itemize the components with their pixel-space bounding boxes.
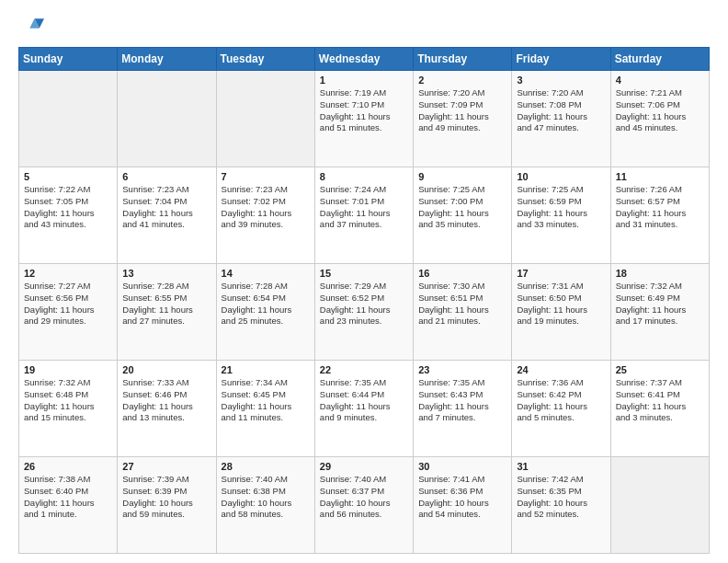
weekday-header-monday: Monday <box>118 48 216 71</box>
day-number: 5 <box>24 171 112 182</box>
day-content: Sunrise: 7:35 AM Sunset: 6:44 PM Dayligh… <box>320 377 408 424</box>
day-cell <box>19 71 118 167</box>
day-cell: 5Sunrise: 7:22 AM Sunset: 7:05 PM Daylig… <box>19 167 118 264</box>
day-number: 17 <box>517 268 605 279</box>
day-cell: 18Sunrise: 7:32 AM Sunset: 6:49 PM Dayli… <box>610 264 709 361</box>
day-content: Sunrise: 7:20 AM Sunset: 7:09 PM Dayligh… <box>418 87 506 134</box>
weekday-header-row: SundayMondayTuesdayWednesdayThursdayFrid… <box>19 48 710 71</box>
day-cell: 15Sunrise: 7:29 AM Sunset: 6:52 PM Dayli… <box>314 264 413 361</box>
day-cell: 19Sunrise: 7:32 AM Sunset: 6:48 PM Dayli… <box>19 361 118 457</box>
day-number: 24 <box>517 364 605 375</box>
day-content: Sunrise: 7:28 AM Sunset: 6:55 PM Dayligh… <box>122 281 210 327</box>
day-content: Sunrise: 7:38 AM Sunset: 6:40 PM Dayligh… <box>24 474 112 521</box>
week-row-1: 1Sunrise: 7:19 AM Sunset: 7:10 PM Daylig… <box>19 71 710 167</box>
day-cell: 14Sunrise: 7:28 AM Sunset: 6:54 PM Dayli… <box>216 264 314 361</box>
week-row-4: 19Sunrise: 7:32 AM Sunset: 6:48 PM Dayli… <box>19 361 710 457</box>
day-content: Sunrise: 7:40 AM Sunset: 6:37 PM Dayligh… <box>320 474 408 521</box>
week-row-2: 5Sunrise: 7:22 AM Sunset: 7:05 PM Daylig… <box>19 167 710 264</box>
day-content: Sunrise: 7:28 AM Sunset: 6:54 PM Dayligh… <box>222 281 310 327</box>
day-number: 4 <box>616 75 704 86</box>
day-number: 28 <box>222 461 310 472</box>
day-number: 25 <box>616 364 704 375</box>
calendar-table: SundayMondayTuesdayWednesdayThursdayFrid… <box>18 47 710 554</box>
day-number: 13 <box>122 268 210 279</box>
day-cell: 28Sunrise: 7:40 AM Sunset: 6:38 PM Dayli… <box>216 457 314 554</box>
day-cell: 4Sunrise: 7:21 AM Sunset: 7:06 PM Daylig… <box>610 71 709 167</box>
day-cell: 12Sunrise: 7:27 AM Sunset: 6:56 PM Dayli… <box>19 264 118 361</box>
day-cell: 25Sunrise: 7:37 AM Sunset: 6:41 PM Dayli… <box>610 361 709 457</box>
weekday-header-sunday: Sunday <box>19 48 118 71</box>
day-number: 11 <box>616 171 704 182</box>
day-cell: 27Sunrise: 7:39 AM Sunset: 6:39 PM Dayli… <box>118 457 216 554</box>
day-cell: 26Sunrise: 7:38 AM Sunset: 6:40 PM Dayli… <box>19 457 118 554</box>
day-content: Sunrise: 7:36 AM Sunset: 6:42 PM Dayligh… <box>517 377 605 424</box>
day-content: Sunrise: 7:27 AM Sunset: 6:56 PM Dayligh… <box>24 281 112 327</box>
day-cell <box>610 457 709 554</box>
day-cell: 23Sunrise: 7:35 AM Sunset: 6:43 PM Dayli… <box>414 361 512 457</box>
day-content: Sunrise: 7:34 AM Sunset: 6:45 PM Dayligh… <box>222 377 310 424</box>
day-content: Sunrise: 7:41 AM Sunset: 6:36 PM Dayligh… <box>418 474 506 521</box>
logo-icon <box>18 14 44 40</box>
day-content: Sunrise: 7:32 AM Sunset: 6:49 PM Dayligh… <box>616 281 704 327</box>
day-content: Sunrise: 7:23 AM Sunset: 7:04 PM Dayligh… <box>122 184 210 231</box>
day-content: Sunrise: 7:20 AM Sunset: 7:08 PM Dayligh… <box>517 87 605 134</box>
day-content: Sunrise: 7:29 AM Sunset: 6:52 PM Dayligh… <box>320 281 408 327</box>
day-number: 6 <box>122 171 210 182</box>
day-content: Sunrise: 7:21 AM Sunset: 7:06 PM Dayligh… <box>616 87 704 134</box>
day-number: 18 <box>616 268 704 279</box>
day-cell: 31Sunrise: 7:42 AM Sunset: 6:35 PM Dayli… <box>512 457 610 554</box>
weekday-header-tuesday: Tuesday <box>216 48 314 71</box>
day-number: 31 <box>517 461 605 472</box>
day-cell: 11Sunrise: 7:26 AM Sunset: 6:57 PM Dayli… <box>610 167 709 264</box>
page: SundayMondayTuesdayWednesdayThursdayFrid… <box>0 0 728 563</box>
weekday-header-saturday: Saturday <box>610 48 709 71</box>
day-number: 26 <box>24 461 112 472</box>
day-number: 27 <box>122 461 210 472</box>
day-content: Sunrise: 7:31 AM Sunset: 6:50 PM Dayligh… <box>517 281 605 327</box>
day-number: 21 <box>222 364 310 375</box>
day-number: 22 <box>320 364 408 375</box>
day-number: 29 <box>320 461 408 472</box>
day-number: 1 <box>320 75 408 86</box>
day-content: Sunrise: 7:19 AM Sunset: 7:10 PM Dayligh… <box>320 87 408 134</box>
day-content: Sunrise: 7:32 AM Sunset: 6:48 PM Dayligh… <box>24 377 112 424</box>
day-content: Sunrise: 7:39 AM Sunset: 6:39 PM Dayligh… <box>122 474 210 521</box>
day-cell: 29Sunrise: 7:40 AM Sunset: 6:37 PM Dayli… <box>314 457 413 554</box>
day-number: 30 <box>418 461 506 472</box>
day-number: 9 <box>418 171 506 182</box>
header <box>18 14 710 40</box>
day-cell <box>216 71 314 167</box>
day-cell: 8Sunrise: 7:24 AM Sunset: 7:01 PM Daylig… <box>314 167 413 264</box>
day-cell: 10Sunrise: 7:25 AM Sunset: 6:59 PM Dayli… <box>512 167 610 264</box>
day-content: Sunrise: 7:22 AM Sunset: 7:05 PM Dayligh… <box>24 184 112 231</box>
day-cell: 24Sunrise: 7:36 AM Sunset: 6:42 PM Dayli… <box>512 361 610 457</box>
day-number: 12 <box>24 268 112 279</box>
day-content: Sunrise: 7:23 AM Sunset: 7:02 PM Dayligh… <box>222 184 310 231</box>
day-cell: 1Sunrise: 7:19 AM Sunset: 7:10 PM Daylig… <box>314 71 413 167</box>
day-number: 3 <box>517 75 605 86</box>
weekday-header-thursday: Thursday <box>414 48 512 71</box>
day-cell: 13Sunrise: 7:28 AM Sunset: 6:55 PM Dayli… <box>118 264 216 361</box>
day-number: 15 <box>320 268 408 279</box>
day-cell: 7Sunrise: 7:23 AM Sunset: 7:02 PM Daylig… <box>216 167 314 264</box>
day-cell <box>118 71 216 167</box>
day-number: 16 <box>418 268 506 279</box>
day-cell: 22Sunrise: 7:35 AM Sunset: 6:44 PM Dayli… <box>314 361 413 457</box>
weekday-header-friday: Friday <box>512 48 610 71</box>
day-content: Sunrise: 7:33 AM Sunset: 6:46 PM Dayligh… <box>122 377 210 424</box>
day-number: 20 <box>122 364 210 375</box>
day-cell: 3Sunrise: 7:20 AM Sunset: 7:08 PM Daylig… <box>512 71 610 167</box>
day-cell: 30Sunrise: 7:41 AM Sunset: 6:36 PM Dayli… <box>414 457 512 554</box>
day-content: Sunrise: 7:42 AM Sunset: 6:35 PM Dayligh… <box>517 474 605 521</box>
day-number: 23 <box>418 364 506 375</box>
day-cell: 17Sunrise: 7:31 AM Sunset: 6:50 PM Dayli… <box>512 264 610 361</box>
day-number: 19 <box>24 364 112 375</box>
week-row-3: 12Sunrise: 7:27 AM Sunset: 6:56 PM Dayli… <box>19 264 710 361</box>
day-content: Sunrise: 7:25 AM Sunset: 7:00 PM Dayligh… <box>418 184 506 231</box>
logo <box>18 14 48 40</box>
day-number: 8 <box>320 171 408 182</box>
day-cell: 9Sunrise: 7:25 AM Sunset: 7:00 PM Daylig… <box>414 167 512 264</box>
day-cell: 6Sunrise: 7:23 AM Sunset: 7:04 PM Daylig… <box>118 167 216 264</box>
day-number: 7 <box>222 171 310 182</box>
day-content: Sunrise: 7:25 AM Sunset: 6:59 PM Dayligh… <box>517 184 605 231</box>
